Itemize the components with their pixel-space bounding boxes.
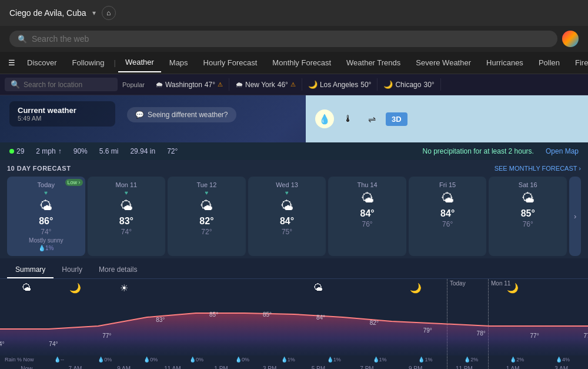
fd-label-1: Mon 11 (116, 181, 138, 188)
la-weather-icon: 🌙 (308, 80, 318, 89)
heart-icon-0: ♥ (44, 190, 48, 196)
heart-icon-1: ♥ (125, 190, 128, 196)
location-name: Ciego de Avila, Cuba (9, 8, 86, 18)
forecast-day-0[interactable]: Low › Today ♥ 🌤 86° 74° Mostly sunny 💧1% (7, 177, 85, 256)
forecast-day-2[interactable]: Tue 12 ♥ 🌤 82° 72° (168, 177, 246, 256)
heart-icon-2: ♥ (205, 190, 208, 196)
nav-pollen[interactable]: Pollen (532, 54, 567, 72)
location-search[interactable]: 🔍 (5, 78, 118, 91)
washington-alert: ⚠ (218, 81, 223, 88)
stat-humidity: 90% (74, 147, 88, 155)
washington-temp: 47° (205, 81, 215, 89)
temp-label-9: 78° (477, 330, 486, 337)
nav-hurricanes[interactable]: Hurricanes (479, 54, 530, 72)
stat-pres-value: 29.94 in (130, 147, 155, 155)
chicago-weather-icon: 🌙 (383, 80, 393, 89)
time-label-3: 11 AM (148, 365, 197, 369)
rain-pct-5: 💧1% (265, 357, 311, 363)
city-pill-chicago[interactable]: 🌙 Chicago 30° (377, 78, 440, 91)
search-icon: 🔍 (18, 35, 27, 44)
nav-hourly[interactable]: Hourly Forecast (196, 54, 265, 72)
temp-label-8: 79° (423, 327, 432, 334)
seeing-different-button[interactable]: 💬 Seeing different weather? (127, 107, 236, 122)
temp-label-11: 77° (583, 333, 588, 339)
current-weather-box: Current weather 5:49 AM (9, 101, 115, 127)
time-label-5: 3 PM (245, 365, 294, 369)
stat-value1: 29 (16, 147, 24, 155)
tab-more-details[interactable]: More details (91, 262, 145, 278)
fd-low-1: 74° (121, 228, 132, 236)
nav-discover[interactable]: Discover (20, 54, 64, 72)
tab-hourly[interactable]: Hourly (54, 262, 91, 278)
summary-section: Summary Hourly More details Today Mon 11… (0, 258, 588, 369)
fd-mostly-0: Mostly sunny (29, 237, 63, 244)
search-input[interactable] (32, 34, 549, 44)
monthly-forecast-link[interactable]: SEE MONTHLY FORECAST › (495, 165, 581, 172)
dropdown-icon[interactable]: ▾ (92, 9, 96, 17)
fd-icon-5: 🌤 (441, 191, 454, 206)
temp-label-5: 85° (263, 311, 272, 318)
weather-header: Current weather 5:49 AM 💬 Seeing differe… (0, 95, 588, 142)
time-label-9: 11 PM (440, 365, 489, 369)
rain-pct-2: 💧0% (128, 357, 173, 363)
fd-high-5: 84° (440, 208, 455, 219)
chicago-temp: 30° (423, 81, 434, 89)
rain-pct-0: 💧-- (36, 357, 82, 363)
home-button[interactable]: ⌂ (102, 6, 116, 20)
rain-pct-8: 💧1% (403, 357, 449, 363)
unit-wind-btn[interactable]: ⇌ (362, 109, 381, 128)
fd-low-2: 72° (201, 228, 212, 236)
unit-droplet-btn[interactable]: 💧 (315, 109, 334, 128)
time-label-4: 1 PM (197, 365, 246, 369)
top-bar: Ciego de Avila, Cuba ▾ ⌂ (0, 0, 588, 26)
nav-fire[interactable]: Fire information (568, 54, 588, 72)
forecast-day-6[interactable]: Sat 16 🌤 85° 76° (489, 177, 567, 256)
nav-trends[interactable]: Weather Trends (339, 54, 407, 72)
forecast-section: 10 DAY FORECAST SEE MONTHLY FORECAST › L… (0, 160, 588, 258)
forecast-day-4[interactable]: Thu 14 🌤 84° 76° (328, 177, 406, 256)
rain-pct-11: 💧4% (540, 357, 586, 363)
fd-high-3: 84° (280, 216, 294, 227)
newyork-weather-icon: 🌧 (235, 80, 243, 89)
hamburger-menu[interactable]: ☰ (5, 55, 19, 71)
temp-label-4: 85° (209, 311, 218, 318)
time-label-11: 3 AM (537, 365, 586, 369)
location-bar: 🔍 Popular 🌧 Washington 47° ⚠ 🌧 New York … (0, 74, 588, 95)
tab-summary[interactable]: Summary (7, 262, 54, 278)
fd-icon-2: 🌤 (200, 198, 213, 214)
three-d-button[interactable]: 3D (386, 112, 407, 126)
time-label-0: Now (2, 365, 51, 369)
forecast-day-3[interactable]: Wed 13 ♥ 🌤 84° 75° (248, 177, 326, 256)
summary-tabs: Summary Hourly More details (0, 258, 588, 279)
fd-icon-0: 🌤 (39, 198, 52, 214)
low-badge-0: Low › (65, 179, 83, 186)
search-bar: 🔍 (0, 26, 588, 52)
forecast-day-5[interactable]: Fri 15 🌤 84° 76° (409, 177, 487, 256)
fd-label-3: Wed 13 (276, 181, 298, 188)
fd-high-4: 84° (360, 208, 375, 219)
chart-time-labels: Now7 AM9 AM11 AM1 PM3 PM5 PM7 PM9 PM11 P… (0, 365, 588, 369)
nav-monthly[interactable]: Monthly Forecast (265, 54, 338, 72)
location-search-input[interactable] (24, 81, 112, 89)
forecast-next-button[interactable]: › (569, 177, 581, 256)
open-map-link[interactable]: Open Map (546, 147, 579, 155)
forecast-day-1[interactable]: Mon 11 ♥ 🌤 83° 74° (88, 177, 166, 256)
city-pill-losangeles[interactable]: 🌙 Los Angeles 50° (302, 78, 378, 91)
time-label-6: 5 PM (294, 365, 343, 369)
nav-maps[interactable]: Maps (162, 54, 195, 72)
newyork-alert: ⚠ (290, 81, 296, 88)
forecast-title: 10 DAY FORECAST (7, 165, 71, 172)
fd-label-4: Thu 14 (357, 181, 377, 188)
newyork-temp: 46° (278, 81, 288, 89)
nav-severe[interactable]: Severe Weather (409, 54, 478, 72)
unit-thermometer-btn[interactable]: 🌡 (339, 109, 358, 128)
fd-label-0: Today (38, 181, 55, 188)
nav-following[interactable]: Following (65, 54, 112, 72)
current-weather-time: 5:49 AM (18, 115, 107, 122)
nav-weather[interactable]: Weather (118, 53, 161, 72)
fd-low-6: 76° (523, 220, 533, 228)
search-location-icon: 🔍 (11, 80, 20, 89)
fd-label-6: Sat 16 (519, 181, 537, 188)
city-pill-washington[interactable]: 🌧 Washington 47° ⚠ (149, 78, 229, 91)
city-pill-newyork[interactable]: 🌧 New York 46° ⚠ (229, 78, 302, 91)
